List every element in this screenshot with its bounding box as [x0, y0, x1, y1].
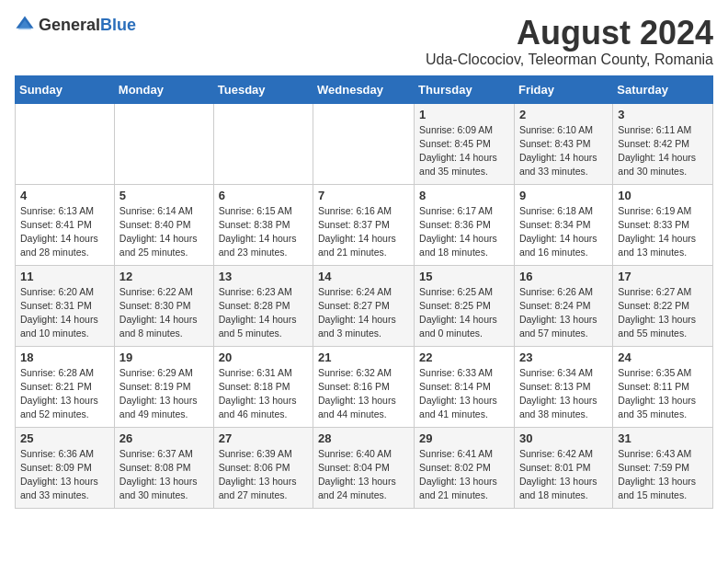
- calendar-cell: [213, 103, 313, 184]
- day-number: 9: [519, 189, 608, 202]
- header-row: Sunday Monday Tuesday Wednesday Thursday…: [16, 75, 713, 103]
- day-info: Sunrise: 6:35 AM Sunset: 8:11 PM Dayligh…: [618, 366, 708, 422]
- calendar-cell: 10Sunrise: 6:19 AM Sunset: 8:33 PM Dayli…: [613, 184, 713, 265]
- calendar-cell: 29Sunrise: 6:41 AM Sunset: 8:02 PM Dayli…: [415, 427, 515, 508]
- day-number: 14: [318, 270, 409, 283]
- day-info: Sunrise: 6:20 AM Sunset: 8:31 PM Dayligh…: [20, 285, 109, 341]
- calendar-cell: 31Sunrise: 6:43 AM Sunset: 7:59 PM Dayli…: [613, 427, 713, 508]
- day-info: Sunrise: 6:31 AM Sunset: 8:18 PM Dayligh…: [219, 366, 308, 422]
- calendar-cell: 26Sunrise: 6:37 AM Sunset: 8:08 PM Dayli…: [114, 427, 213, 508]
- calendar-cell: 12Sunrise: 6:22 AM Sunset: 8:30 PM Dayli…: [114, 265, 213, 346]
- calendar-cell: 28Sunrise: 6:40 AM Sunset: 8:04 PM Dayli…: [313, 427, 415, 508]
- calendar-week-5: 25Sunrise: 6:36 AM Sunset: 8:09 PM Dayli…: [16, 427, 713, 508]
- day-info: Sunrise: 6:19 AM Sunset: 8:33 PM Dayligh…: [618, 204, 708, 260]
- day-info: Sunrise: 6:18 AM Sunset: 8:34 PM Dayligh…: [519, 204, 608, 260]
- day-info: Sunrise: 6:22 AM Sunset: 8:30 PM Dayligh…: [119, 285, 209, 341]
- calendar-cell: 24Sunrise: 6:35 AM Sunset: 8:11 PM Dayli…: [613, 346, 713, 427]
- calendar-body: 1Sunrise: 6:09 AM Sunset: 8:45 PM Daylig…: [16, 103, 713, 508]
- calendar-cell: [114, 103, 213, 184]
- day-info: Sunrise: 6:23 AM Sunset: 8:28 PM Dayligh…: [219, 285, 308, 341]
- logo: GeneralBlue: [15, 15, 136, 35]
- calendar-cell: 17Sunrise: 6:27 AM Sunset: 8:22 PM Dayli…: [613, 265, 713, 346]
- calendar-cell: 3Sunrise: 6:11 AM Sunset: 8:42 PM Daylig…: [613, 103, 713, 184]
- day-number: 3: [618, 108, 708, 121]
- day-info: Sunrise: 6:37 AM Sunset: 8:08 PM Dayligh…: [119, 447, 209, 503]
- col-tuesday: Tuesday: [213, 75, 313, 103]
- col-saturday: Saturday: [613, 75, 713, 103]
- calendar-cell: 23Sunrise: 6:34 AM Sunset: 8:13 PM Dayli…: [514, 346, 612, 427]
- col-sunday: Sunday: [16, 75, 115, 103]
- calendar-cell: 4Sunrise: 6:13 AM Sunset: 8:41 PM Daylig…: [16, 184, 115, 265]
- day-info: Sunrise: 6:25 AM Sunset: 8:25 PM Dayligh…: [419, 285, 509, 341]
- calendar-header: Sunday Monday Tuesday Wednesday Thursday…: [16, 75, 713, 103]
- calendar-cell: 27Sunrise: 6:39 AM Sunset: 8:06 PM Dayli…: [213, 427, 313, 508]
- day-number: 18: [20, 350, 109, 364]
- day-number: 24: [618, 350, 708, 364]
- day-number: 1: [419, 108, 509, 121]
- calendar-cell: 20Sunrise: 6:31 AM Sunset: 8:18 PM Dayli…: [213, 346, 313, 427]
- day-number: 7: [318, 189, 409, 202]
- day-number: 29: [419, 431, 509, 445]
- day-info: Sunrise: 6:42 AM Sunset: 8:01 PM Dayligh…: [519, 447, 608, 503]
- calendar-week-3: 11Sunrise: 6:20 AM Sunset: 8:31 PM Dayli…: [16, 265, 713, 346]
- title-area: August 2024 Uda-Clocociov, Teleorman Cou…: [426, 15, 713, 68]
- day-info: Sunrise: 6:32 AM Sunset: 8:16 PM Dayligh…: [318, 366, 409, 422]
- calendar-week-1: 1Sunrise: 6:09 AM Sunset: 8:45 PM Daylig…: [16, 103, 713, 184]
- calendar-cell: 21Sunrise: 6:32 AM Sunset: 8:16 PM Dayli…: [313, 346, 415, 427]
- calendar: Sunday Monday Tuesday Wednesday Thursday…: [15, 75, 713, 509]
- day-info: Sunrise: 6:36 AM Sunset: 8:09 PM Dayligh…: [20, 447, 109, 503]
- calendar-cell: 15Sunrise: 6:25 AM Sunset: 8:25 PM Dayli…: [415, 265, 515, 346]
- header: GeneralBlue August 2024 Uda-Clocociov, T…: [15, 15, 713, 68]
- calendar-cell: 14Sunrise: 6:24 AM Sunset: 8:27 PM Dayli…: [313, 265, 415, 346]
- day-number: 10: [618, 189, 708, 202]
- subtitle: Uda-Clocociov, Teleorman County, Romania: [426, 52, 713, 68]
- day-info: Sunrise: 6:26 AM Sunset: 8:24 PM Dayligh…: [519, 285, 608, 341]
- day-number: 6: [219, 189, 308, 202]
- day-number: 5: [119, 189, 209, 202]
- day-number: 8: [419, 189, 509, 202]
- calendar-cell: 11Sunrise: 6:20 AM Sunset: 8:31 PM Dayli…: [16, 265, 115, 346]
- col-friday: Friday: [514, 75, 612, 103]
- day-number: 22: [419, 350, 509, 364]
- logo-general: General: [39, 16, 100, 34]
- day-number: 2: [519, 108, 608, 121]
- day-number: 30: [519, 431, 608, 445]
- day-number: 11: [20, 270, 109, 283]
- col-thursday: Thursday: [415, 75, 515, 103]
- calendar-cell: [16, 103, 115, 184]
- day-info: Sunrise: 6:17 AM Sunset: 8:36 PM Dayligh…: [419, 204, 509, 260]
- day-number: 27: [219, 431, 308, 445]
- calendar-cell: 19Sunrise: 6:29 AM Sunset: 8:19 PM Dayli…: [114, 346, 213, 427]
- day-info: Sunrise: 6:28 AM Sunset: 8:21 PM Dayligh…: [20, 366, 109, 422]
- calendar-cell: 18Sunrise: 6:28 AM Sunset: 8:21 PM Dayli…: [16, 346, 115, 427]
- calendar-cell: [313, 103, 415, 184]
- calendar-week-2: 4Sunrise: 6:13 AM Sunset: 8:41 PM Daylig…: [16, 184, 713, 265]
- day-number: 26: [119, 431, 209, 445]
- day-number: 23: [519, 350, 608, 364]
- day-number: 28: [318, 431, 409, 445]
- day-number: 16: [519, 270, 608, 283]
- day-info: Sunrise: 6:10 AM Sunset: 8:43 PM Dayligh…: [519, 123, 608, 179]
- day-info: Sunrise: 6:29 AM Sunset: 8:19 PM Dayligh…: [119, 366, 209, 422]
- calendar-cell: 6Sunrise: 6:15 AM Sunset: 8:38 PM Daylig…: [213, 184, 313, 265]
- day-info: Sunrise: 6:43 AM Sunset: 7:59 PM Dayligh…: [618, 447, 708, 503]
- day-info: Sunrise: 6:39 AM Sunset: 8:06 PM Dayligh…: [219, 447, 308, 503]
- calendar-cell: 16Sunrise: 6:26 AM Sunset: 8:24 PM Dayli…: [514, 265, 612, 346]
- day-info: Sunrise: 6:27 AM Sunset: 8:22 PM Dayligh…: [618, 285, 708, 341]
- logo-blue: Blue: [100, 16, 136, 34]
- calendar-cell: 30Sunrise: 6:42 AM Sunset: 8:01 PM Dayli…: [514, 427, 612, 508]
- logo-icon: [15, 15, 35, 35]
- day-number: 4: [20, 189, 109, 202]
- day-info: Sunrise: 6:11 AM Sunset: 8:42 PM Dayligh…: [618, 123, 708, 179]
- calendar-cell: 5Sunrise: 6:14 AM Sunset: 8:40 PM Daylig…: [114, 184, 213, 265]
- day-info: Sunrise: 6:24 AM Sunset: 8:27 PM Dayligh…: [318, 285, 409, 341]
- day-number: 15: [419, 270, 509, 283]
- day-info: Sunrise: 6:09 AM Sunset: 8:45 PM Dayligh…: [419, 123, 509, 179]
- calendar-cell: 9Sunrise: 6:18 AM Sunset: 8:34 PM Daylig…: [514, 184, 612, 265]
- day-number: 21: [318, 350, 409, 364]
- day-number: 31: [618, 431, 708, 445]
- calendar-cell: 13Sunrise: 6:23 AM Sunset: 8:28 PM Dayli…: [213, 265, 313, 346]
- day-info: Sunrise: 6:15 AM Sunset: 8:38 PM Dayligh…: [219, 204, 308, 260]
- day-info: Sunrise: 6:40 AM Sunset: 8:04 PM Dayligh…: [318, 447, 409, 503]
- calendar-cell: 8Sunrise: 6:17 AM Sunset: 8:36 PM Daylig…: [415, 184, 515, 265]
